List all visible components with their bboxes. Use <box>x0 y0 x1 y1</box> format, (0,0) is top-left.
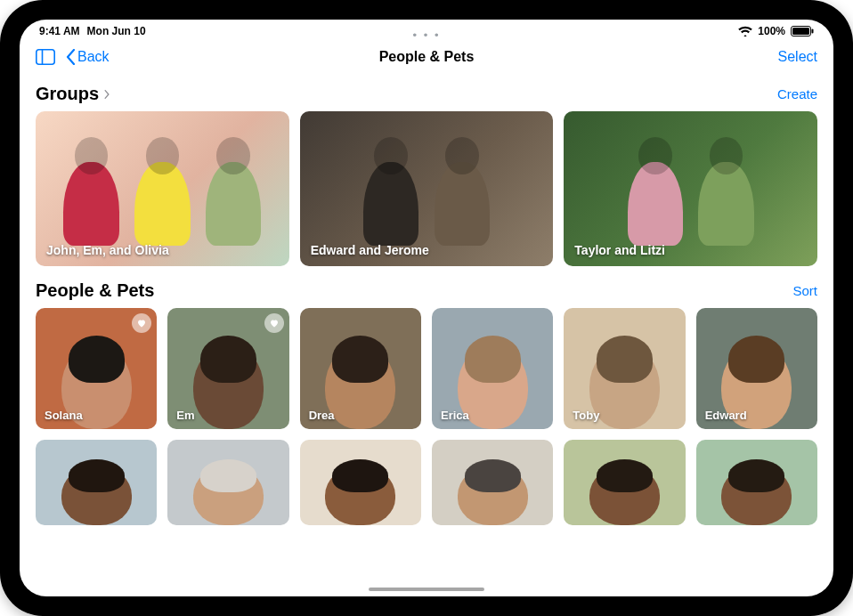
group-card[interactable]: John, Em, and Olivia <box>36 111 289 266</box>
device-frame: • • • 9:41 AM Mon Jun 10 100% <box>0 0 853 616</box>
groups-row: John, Em, and Olivia Edward and Jerome <box>36 111 817 266</box>
svg-rect-2 <box>812 29 814 34</box>
sort-button[interactable]: Sort <box>792 283 817 298</box>
people-heading: People & Pets <box>36 280 154 301</box>
person-card[interactable] <box>36 440 157 525</box>
battery-icon <box>791 26 814 36</box>
group-card[interactable]: Edward and Jerome <box>300 111 554 266</box>
content-scroll[interactable]: Groups Create John, Em, and Olivia <box>20 75 833 596</box>
status-battery-pct: 100% <box>758 25 785 37</box>
person-card[interactable]: Em <box>167 308 288 429</box>
create-group-button[interactable]: Create <box>777 86 817 101</box>
group-label: Edward and Jerome <box>311 243 429 257</box>
person-card[interactable]: Drea <box>300 308 421 429</box>
heart-icon <box>269 318 280 328</box>
sidebar-toggle-button[interactable] <box>36 48 55 66</box>
groups-section-header: Groups Create <box>36 84 817 104</box>
person-label: Solana <box>45 409 83 422</box>
person-label: Toby <box>573 409 599 422</box>
people-heading-label: People & Pets <box>36 280 154 301</box>
svg-rect-1 <box>792 28 809 35</box>
favorite-badge[interactable] <box>264 313 284 333</box>
page-title: People & Pets <box>20 49 833 65</box>
person-label: Em <box>176 409 194 422</box>
person-card[interactable] <box>300 440 421 525</box>
navigation-bar: Back People & Pets Select <box>20 39 833 75</box>
people-section-header: People & Pets Sort <box>36 280 817 301</box>
person-photo <box>167 440 288 525</box>
group-label: John, Em, and Olivia <box>46 243 169 257</box>
person-photo <box>564 440 685 525</box>
group-label: Taylor and Litzi <box>574 243 665 257</box>
person-photo <box>300 440 421 525</box>
group-card[interactable]: Taylor and Litzi <box>564 111 817 266</box>
chevron-right-icon <box>102 90 111 99</box>
person-card[interactable] <box>432 440 553 525</box>
back-button[interactable]: Back <box>66 49 110 65</box>
person-card[interactable] <box>167 440 288 525</box>
person-card[interactable] <box>696 440 817 525</box>
person-card[interactable]: Solana <box>36 308 157 429</box>
person-card[interactable]: Edward <box>696 308 817 429</box>
wifi-icon <box>738 26 752 36</box>
status-time: 9:41 AM <box>39 25 80 37</box>
person-photo <box>432 440 553 525</box>
chevron-left-icon <box>66 49 76 65</box>
status-date: Mon Jun 10 <box>87 25 146 37</box>
person-label: Drea <box>309 409 335 422</box>
groups-heading-label: Groups <box>36 84 99 104</box>
person-photo <box>36 440 157 525</box>
person-card[interactable] <box>564 440 685 525</box>
groups-heading[interactable]: Groups <box>36 84 111 104</box>
home-indicator[interactable] <box>369 588 484 591</box>
svg-rect-3 <box>37 50 54 64</box>
people-grid: Solana Em Drea Erica <box>36 308 817 525</box>
back-label: Back <box>77 49 110 65</box>
person-label: Edward <box>705 409 747 422</box>
person-card[interactable]: Erica <box>432 308 553 429</box>
person-label: Erica <box>441 409 469 422</box>
person-card[interactable]: Toby <box>564 308 685 429</box>
select-button[interactable]: Select <box>778 49 817 65</box>
heart-icon <box>136 318 147 328</box>
person-photo <box>696 440 817 525</box>
screen: • • • 9:41 AM Mon Jun 10 100% <box>20 20 833 596</box>
